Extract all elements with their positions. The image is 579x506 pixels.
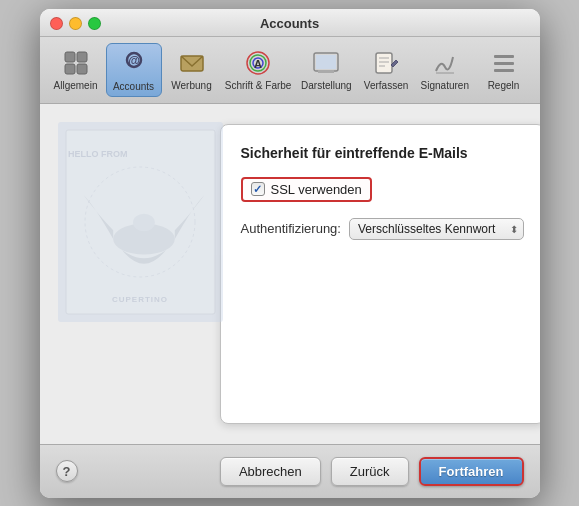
werbung-icon	[176, 47, 208, 79]
svg-text:HELLO FROM: HELLO FROM	[68, 149, 128, 159]
toolbar-accounts[interactable]: @ Accounts	[106, 43, 162, 97]
auth-select-wrapper: Verschlüsseltes Kennwort MD5 Challenge-R…	[349, 218, 524, 240]
toolbar-verfassen[interactable]: Verfassen	[358, 43, 414, 97]
svg-rect-2	[65, 64, 75, 74]
svg-point-29	[133, 213, 155, 231]
schrift-label: Schrift & Farbe	[225, 80, 292, 91]
verfassen-label: Verfassen	[364, 80, 408, 91]
svg-rect-19	[494, 55, 514, 58]
minimize-button[interactable]	[69, 17, 82, 30]
accounts-icon: @	[118, 48, 150, 80]
window-title: Accounts	[260, 16, 319, 31]
regeln-icon	[488, 47, 520, 79]
svg-rect-14	[376, 53, 392, 73]
ssl-row: SSL verwenden	[241, 177, 524, 202]
ssl-checkbox-wrapper: SSL verwenden	[241, 177, 372, 202]
regeln-label: Regeln	[488, 80, 520, 91]
maximize-button[interactable]	[88, 17, 101, 30]
toolbar-signaturen[interactable]: Signaturen	[416, 43, 473, 97]
continue-button[interactable]: Fortfahren	[419, 457, 524, 486]
signaturen-label: Signaturen	[421, 80, 469, 91]
svg-text:A: A	[254, 58, 262, 70]
toolbar-regeln[interactable]: Regeln	[476, 43, 532, 97]
bottom-bar: ? Abbrechen Zurück Fortfahren	[40, 444, 540, 498]
svg-rect-26	[58, 122, 223, 322]
toolbar: Allgemein @ Accounts Werbung	[40, 37, 540, 104]
svg-rect-12	[316, 55, 336, 69]
form-panel: Sicherheit für eintreffende E-Mails SSL …	[220, 124, 540, 424]
main-window: Accounts Allgemein @ Acc	[40, 9, 540, 498]
verfassen-icon	[370, 47, 402, 79]
accounts-label: Accounts	[113, 81, 154, 92]
form-title: Sicherheit für eintreffende E-Mails	[241, 145, 524, 161]
cancel-button[interactable]: Abbrechen	[220, 457, 321, 486]
titlebar: Accounts	[40, 9, 540, 37]
traffic-lights	[50, 17, 101, 30]
auth-select[interactable]: Verschlüsseltes Kennwort MD5 Challenge-R…	[349, 218, 524, 240]
allgemein-label: Allgemein	[54, 80, 98, 91]
svg-text:CUPERTINO: CUPERTINO	[111, 295, 167, 304]
werbung-label: Werbung	[171, 80, 211, 91]
auth-row: Authentifizierung: Verschlüsseltes Kennw…	[241, 218, 524, 240]
svg-text:@: @	[128, 54, 140, 68]
svg-rect-20	[494, 62, 514, 65]
svg-rect-13	[318, 70, 334, 73]
content-area: HELLO FROM CUPERTINO Sicherheit für eint…	[40, 104, 540, 444]
ssl-checkbox[interactable]	[251, 182, 265, 196]
darstellung-icon	[310, 47, 342, 79]
stamp-decoration: HELLO FROM CUPERTINO	[48, 112, 233, 332]
svg-rect-27	[66, 130, 215, 314]
svg-rect-0	[65, 52, 75, 62]
svg-point-32	[85, 167, 195, 277]
darstellung-label: Darstellung	[301, 80, 352, 91]
close-button[interactable]	[50, 17, 63, 30]
auth-label: Authentifizierung:	[241, 221, 341, 236]
svg-rect-3	[77, 64, 87, 74]
svg-rect-1	[77, 52, 87, 62]
back-button[interactable]: Zurück	[331, 457, 409, 486]
help-button[interactable]: ?	[56, 460, 78, 482]
allgemein-icon	[60, 47, 92, 79]
toolbar-allgemein[interactable]: Allgemein	[48, 43, 104, 97]
toolbar-darstellung[interactable]: Darstellung	[297, 43, 356, 97]
svg-point-28	[113, 223, 175, 254]
ssl-label: SSL verwenden	[271, 182, 362, 197]
schrift-icon: A	[242, 47, 274, 79]
toolbar-werbung[interactable]: Werbung	[164, 43, 220, 97]
svg-rect-21	[494, 69, 514, 72]
signaturen-icon	[429, 47, 461, 79]
button-group: Abbrechen Zurück Fortfahren	[220, 457, 524, 486]
toolbar-schrift[interactable]: A Schrift & Farbe	[222, 43, 295, 97]
